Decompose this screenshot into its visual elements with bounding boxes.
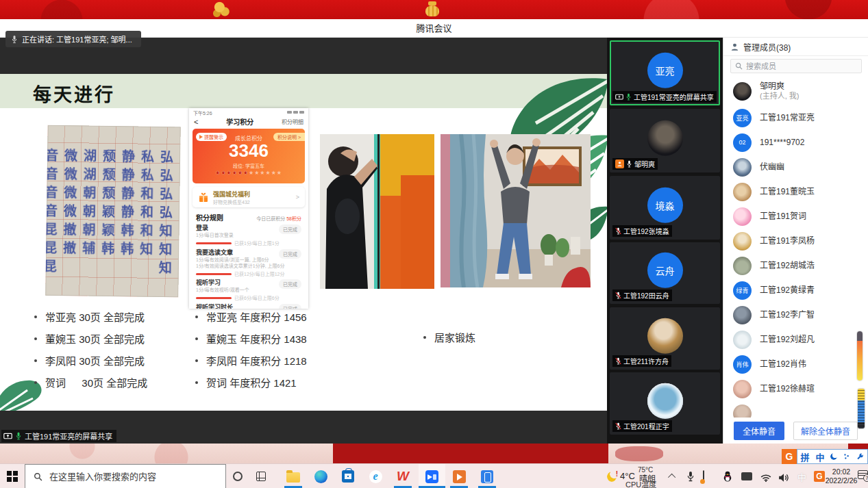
clock-time: 20:02	[832, 467, 850, 476]
moon-icon[interactable]	[830, 453, 837, 460]
tile-label: 工管192张境淼	[623, 226, 669, 236]
member-row[interactable]: 02 191****9702	[723, 130, 868, 155]
avatar	[733, 207, 752, 226]
member-row[interactable]: 工管192李广智	[723, 303, 868, 327]
mic-muted-icon	[615, 357, 621, 365]
done-badge: 已完成	[279, 249, 301, 259]
cortana-button[interactable]	[233, 472, 243, 481]
weather-cpu-overlay[interactable]: 4°C 75°C 晴朗 CPU温度	[620, 464, 665, 488]
lantern-decoration	[425, 1, 440, 18]
bullet-item: 贺词 30页 全部完成	[34, 375, 147, 389]
ime-logo[interactable]: G	[782, 449, 797, 464]
member-row[interactable]: 绿青 工管192黄绿青	[723, 278, 868, 303]
video-tile[interactable]: 工管211许方舟	[610, 307, 720, 370]
member-row[interactable]: 工管192刘超凡	[723, 327, 868, 352]
ime-lang-mode[interactable]: 中	[815, 450, 824, 463]
network-icon[interactable]	[760, 472, 771, 483]
speaking-toast: 正在讲话: 工管191常亚亮; 邹明...	[5, 31, 141, 47]
microsoft-store-icon[interactable]	[340, 469, 356, 484]
edge-browser-icon[interactable]	[313, 469, 328, 484]
shared-slide: 每天进行	[0, 74, 607, 411]
gold-flower-decoration	[212, 0, 230, 18]
taskbar-search-input[interactable]	[49, 472, 207, 482]
exercise-photo-1	[320, 134, 434, 289]
member-row[interactable]: 邹明爽(主持人, 我)	[723, 77, 868, 105]
avatar	[733, 82, 752, 101]
welfare-subtitle: 好物兑换低至432	[213, 200, 250, 205]
taskbar-search-box[interactable]	[25, 464, 226, 488]
ime-pinyin-mode[interactable]: 拼	[800, 450, 809, 463]
bullet-item: 李凤阳 年度积分 1218	[195, 353, 307, 368]
tray-device-icon[interactable]	[741, 472, 752, 480]
phone-status-time: 下午5:26	[193, 110, 212, 116]
member-row[interactable]: 工管191贺词	[723, 204, 868, 229]
notification-badge: 7	[863, 474, 868, 482]
bullet-item: 李凤阳 30页 全部完成	[34, 353, 145, 368]
member-row[interactable]: 工管192徐赫瑄	[723, 376, 868, 401]
chevron-right-icon: >	[296, 194, 299, 201]
desktop-wallpaper-top	[0, 0, 868, 19]
taskbar-clock[interactable]: 20:02 2022/2/26	[822, 467, 860, 485]
member-row[interactable]: 肖伟 工管192肖伟	[723, 352, 868, 376]
member-search-input[interactable]	[746, 62, 849, 70]
video-tile-strip: 亚亮 工管191常亚亮的屏幕共享 邹明爽 境淼 工管192张境淼 云舟	[607, 38, 723, 444]
member-search-box[interactable]	[730, 59, 862, 73]
mic-muted-icon	[615, 422, 621, 430]
tile-label: 工管201程正宇	[623, 421, 669, 431]
member-row[interactable]: 工管191李凤杨	[723, 229, 868, 253]
members-icon	[730, 42, 739, 51]
welfare-title: 强国城兑福利	[213, 191, 250, 198]
video-tile-host[interactable]: 邹明爽	[610, 109, 720, 172]
done-badge: 已完成	[279, 304, 301, 309]
member-row[interactable]: 工管192胡城浩	[723, 253, 868, 278]
alert-mark: !	[616, 470, 618, 478]
internet-explorer-icon[interactable]: e	[368, 469, 383, 484]
member-row[interactable]: 工管191董晥玉	[723, 179, 868, 204]
done-badge: 已完成	[279, 224, 301, 234]
tile-label: 工管211许方舟	[623, 356, 669, 366]
video-tile[interactable]: 云舟 工管192田云舟	[610, 242, 720, 304]
wallpaper-red-block	[333, 444, 608, 463]
ime-toolbar[interactable]: G 拼 中	[782, 449, 868, 464]
volume-icon[interactable]	[778, 472, 789, 483]
video-player-icon[interactable]	[451, 469, 467, 484]
members-footer: 全体静音 解除全体静音	[723, 418, 868, 444]
member-row[interactable]: 亚亮 工管191常亚亮	[723, 105, 868, 130]
calligraphy-column: 颓颓颓颖颖韩	[98, 149, 116, 279]
mic-icon	[11, 35, 18, 44]
avatar	[733, 232, 752, 251]
task-view-button[interactable]	[256, 472, 266, 481]
unmute-all-button[interactable]: 解除全体静音	[793, 422, 858, 440]
qq-icon[interactable]	[722, 471, 733, 482]
video-tile[interactable]: 境淼 工管192张境淼	[610, 176, 720, 240]
points-detail-link: 积分明细	[282, 118, 303, 125]
tray-expand-chevron[interactable]	[668, 474, 675, 481]
notification-center-icon[interactable]: 7	[858, 470, 868, 479]
search-icon	[735, 62, 743, 70]
member-row[interactable]: 伏幽幽	[723, 155, 868, 179]
points-summary-card: 提醒警示 积分说明 > 成长总积分 3346 段位: 学富五车 ★★★★★★★★…	[193, 129, 305, 183]
settings-dots-icon[interactable]	[843, 453, 850, 460]
wrench-icon[interactable]	[856, 453, 864, 461]
avatar	[733, 183, 752, 201]
phone-page-title: 学习积分	[198, 116, 282, 127]
screen-share-icon	[615, 94, 623, 101]
tray-app-window-icon[interactable]	[703, 470, 704, 483]
phone-link-icon[interactable]	[480, 469, 495, 484]
video-tile[interactable]: 工管201程正宇	[610, 372, 720, 435]
mic-on-icon	[15, 432, 22, 440]
mute-all-button[interactable]: 全体静音	[734, 422, 784, 440]
tile-label: 工管191常亚亮的屏幕共享	[634, 92, 714, 102]
wps-office-icon[interactable]: W	[395, 469, 410, 484]
calligraphy-column: 静静静静韩韩	[117, 149, 136, 279]
rank-text: 段位: 学富五车	[193, 162, 305, 169]
file-explorer-icon[interactable]	[286, 469, 301, 484]
tencent-meeting-icon[interactable]	[424, 469, 439, 484]
tray-mic-icon[interactable]	[685, 471, 696, 482]
ime-indicator[interactable]: 中	[797, 470, 808, 481]
start-button[interactable]	[7, 471, 18, 482]
video-tile-screen-share[interactable]: 亚亮 工管191常亚亮的屏幕共享	[610, 40, 720, 105]
weather-icon[interactable]: !	[607, 470, 619, 483]
mic-on-icon	[625, 93, 632, 101]
members-panel: 管理成员(38) 邹明爽(主持人, 我) 亚亮 工管191常亚亮 02 191*…	[723, 38, 868, 444]
